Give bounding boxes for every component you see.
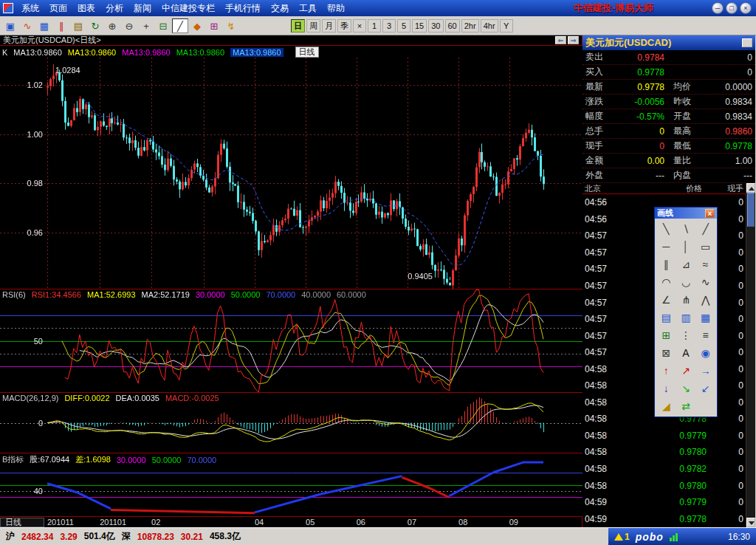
menu-help[interactable]: 帮助 xyxy=(322,2,350,15)
scrollbar-track[interactable] xyxy=(746,193,755,518)
arrow-right-tool[interactable]: → xyxy=(695,362,715,380)
tick-row: 04:580.97820 xyxy=(583,461,746,478)
tick-volume: 0 xyxy=(717,414,743,424)
refresh-icon[interactable]: ↻ xyxy=(87,18,103,33)
eraser-tool[interactable]: ◢ xyxy=(656,397,676,415)
period-year-button[interactable]: Y xyxy=(500,19,513,32)
arrow-down-right-tool[interactable]: ↘ xyxy=(676,380,696,397)
period-1min-button[interactable]: 1 xyxy=(368,19,381,32)
speed-lines-tool[interactable]: ⋮ xyxy=(676,326,696,344)
arrow-up-right-tool[interactable]: ↗ xyxy=(676,362,696,380)
panel-menu-button[interactable] xyxy=(742,38,752,47)
trendline-tool[interactable]: ╱ xyxy=(695,220,715,238)
angle-tool[interactable]: ∠ xyxy=(656,291,676,309)
parallel-lines-tool[interactable]: ∥ xyxy=(656,256,676,273)
gann-box-tool[interactable]: ⊠ xyxy=(656,344,676,362)
period-5min-button[interactable]: 5 xyxy=(397,19,410,32)
menu-page[interactable]: 页面 xyxy=(44,2,72,15)
minimize-button[interactable]: ─ xyxy=(712,2,724,14)
symbol-mark-tool[interactable]: ◉ xyxy=(695,344,715,362)
period-3min-button[interactable]: 3 xyxy=(382,19,396,32)
menu-chart[interactable]: 图表 xyxy=(72,2,100,15)
period-x-button[interactable]: × xyxy=(353,19,366,32)
tick-row: 04:580.97800 xyxy=(583,477,746,494)
scroll-up-button[interactable] xyxy=(746,183,755,193)
arrow-up-tool[interactable]: ↑ xyxy=(656,362,676,380)
draw-line-icon[interactable]: ╱ xyxy=(172,18,188,33)
tick-time: 04:57 xyxy=(585,331,619,341)
next-chart-button[interactable]: ⇒ xyxy=(568,36,579,44)
close-button[interactable]: × xyxy=(740,2,752,14)
tick-scrollbar[interactable] xyxy=(746,183,755,527)
text-tool[interactable]: A xyxy=(676,344,696,362)
period-15min-button[interactable]: 15 xyxy=(412,19,427,32)
menu-tools[interactable]: 工具 xyxy=(294,2,322,15)
monitor-icon[interactable]: ▣ xyxy=(2,18,18,33)
horizontal-line-tool[interactable]: ─ xyxy=(656,238,676,256)
period-2hr-button[interactable]: 2hr xyxy=(461,19,479,32)
tick-time: 04:58 xyxy=(585,397,619,408)
minute-chart-icon[interactable]: ∿ xyxy=(19,18,35,33)
tick-time: 04:57 xyxy=(585,281,619,291)
fib-grid-tool[interactable]: ▦ xyxy=(695,309,715,326)
lightning-icon[interactable]: ↯ xyxy=(223,18,239,33)
menu-analysis[interactable]: 分析 xyxy=(100,2,128,15)
block-trade-icon[interactable]: ⊞ xyxy=(206,18,222,33)
x-axis-label: 201011 xyxy=(47,518,74,527)
alarm-icon[interactable]: ◆ xyxy=(189,18,205,33)
quote-table-icon[interactable]: ▦ xyxy=(36,18,52,33)
vertical-line-tool[interactable]: │ xyxy=(676,238,696,256)
exit-draw-tool[interactable]: ⇄ xyxy=(676,397,696,415)
period-month-button[interactable]: 月 xyxy=(322,19,336,32)
kline-period-button[interactable]: 日线 xyxy=(295,47,319,58)
gann-angle-tool[interactable]: ⊿ xyxy=(676,256,696,273)
arrow-down-left-tool[interactable]: ↙ xyxy=(695,380,715,397)
low-annotation: 0.9405 xyxy=(408,272,433,281)
regression-tool[interactable]: ≈ xyxy=(695,256,715,273)
palette-close-button[interactable]: × xyxy=(705,209,715,218)
zigzag-tool[interactable]: ⋀ xyxy=(695,291,715,309)
ray-tool[interactable]: ∖ xyxy=(676,220,696,238)
tick-volume: 0 xyxy=(717,298,743,308)
segment-tool[interactable]: ╲ xyxy=(656,220,676,238)
scroll-down-button[interactable] xyxy=(746,518,755,527)
menu-citic-column[interactable]: 中信建投专栏 xyxy=(157,2,220,15)
period-30min-button[interactable]: 30 xyxy=(428,19,443,32)
period-4hr-button[interactable]: 4hr xyxy=(481,19,498,32)
draw-toolbar-titlebar[interactable]: 画线 × xyxy=(655,208,717,219)
zoom-out-icon[interactable]: ⊖ xyxy=(121,18,137,33)
main-chart-canvas[interactable] xyxy=(0,46,583,289)
period-week-button[interactable]: 周 xyxy=(306,19,320,32)
quote-row-current-volume: 现手0最低0.9778 xyxy=(583,139,755,154)
rectangle-tool[interactable]: ▭ xyxy=(695,238,715,256)
alert-indicator[interactable]: 1 xyxy=(614,532,630,542)
rsi-canvas[interactable] xyxy=(0,289,583,392)
wave-tool[interactable]: ∿ xyxy=(695,273,715,291)
zoom-in-icon[interactable]: ⊕ xyxy=(104,18,120,33)
kline-icon[interactable]: ∥ xyxy=(53,18,69,33)
crosshair-icon[interactable]: + xyxy=(138,18,154,33)
menu-trade[interactable]: 交易 xyxy=(266,2,294,15)
page-layout-icon[interactable]: ▤ xyxy=(70,18,86,33)
period-day-button[interactable]: 日 xyxy=(291,19,305,32)
percent-lines-tool[interactable]: ≡ xyxy=(695,326,715,344)
period-quarter-button[interactable]: 季 xyxy=(337,19,351,32)
arc-tool[interactable]: ◠ xyxy=(656,273,676,291)
cycle-lines-tool[interactable]: ⊞ xyxy=(656,326,676,344)
period-60min-button[interactable]: 60 xyxy=(445,19,460,32)
scrollbar-thumb[interactable] xyxy=(747,193,755,227)
restore-button[interactable]: □ xyxy=(726,2,738,14)
fib-timezone-tool[interactable]: ▥ xyxy=(676,309,696,326)
menu-news[interactable]: 新闻 xyxy=(128,2,157,15)
menu-system[interactable]: 系统 xyxy=(16,2,44,15)
indicator-label: 60.0000 xyxy=(337,290,366,299)
pitchfork-tool[interactable]: ⋔ xyxy=(676,291,696,309)
arrow-down-tool[interactable]: ↓ xyxy=(656,380,676,397)
semicircle-tool[interactable]: ◡ xyxy=(676,273,696,291)
fib-retracement-tool[interactable]: ▤ xyxy=(656,309,676,326)
export-icon[interactable]: ⊟ xyxy=(155,18,171,33)
menu-mobile-quotes[interactable]: 手机行情 xyxy=(220,2,266,15)
quote-row-change: 涨跌-0.0056昨收0.9834 xyxy=(583,95,755,109)
app-window: 系统页面图表分析新闻中信建投专栏手机行情交易工具帮助 中信建投-博易大师 ─□×… xyxy=(0,0,756,545)
prev-chart-button[interactable]: ⇐ xyxy=(555,36,566,44)
